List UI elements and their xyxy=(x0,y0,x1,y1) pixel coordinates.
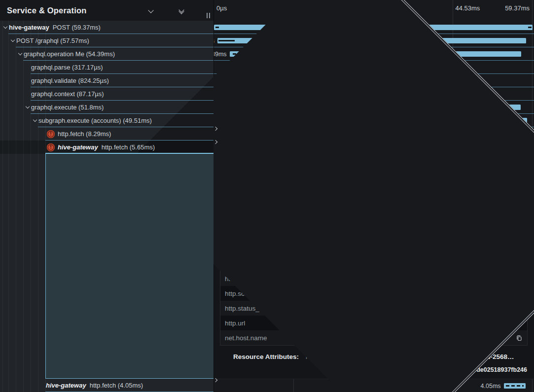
chevron-box xyxy=(39,131,46,138)
chevron-down-icon xyxy=(148,7,153,13)
span-label: graphql.validate (824.25µs) xyxy=(31,77,109,84)
duration-label: 54.39ms xyxy=(214,51,227,58)
tree-row[interactable]: hive-gatewayhttp.fetch (4.05ms) xyxy=(0,379,214,392)
panel-title: Service & Operation xyxy=(7,6,148,15)
expanded-span-region xyxy=(45,154,214,379)
chevron-spacer xyxy=(24,64,31,71)
error-icon: ! xyxy=(47,130,55,138)
trace-viewer: 0µs14.84ms29.68ms44.53ms59.37ms 57.57ms5… xyxy=(0,0,534,392)
span-service: hive-gateway xyxy=(58,143,98,151)
trace-tree-panel: Service & Operation hive-gatewayPOST (59… xyxy=(0,0,214,392)
child-span-mark xyxy=(218,40,235,41)
tick-label: 59.37ms xyxy=(505,4,530,12)
tree-row[interactable]: POST /graphql (57.57ms) xyxy=(0,34,214,47)
error-icon: ! xyxy=(47,143,55,151)
tree-row[interactable]: !http.fetch (8.29ms) xyxy=(0,127,214,141)
span-service: hive-gateway xyxy=(46,382,86,389)
chevron-box xyxy=(39,382,46,389)
duration-label: 57.57ms xyxy=(214,37,214,44)
chevron-down-icon[interactable] xyxy=(26,105,30,108)
collapse-all-button[interactable] xyxy=(178,7,184,14)
tree-controls xyxy=(148,7,198,14)
span-label: graphql.context (87.17µs) xyxy=(31,90,104,98)
tree-row[interactable]: graphql.context (87.17µs) xyxy=(0,87,214,101)
resource-attributes-label: Resource Attributes: xyxy=(233,353,299,360)
chevron-down-icon[interactable] xyxy=(11,38,15,42)
child-span-mark xyxy=(528,27,532,28)
span-label: http.fetch (4.05ms) xyxy=(90,382,143,389)
panel-resize-handle[interactable] xyxy=(207,13,211,18)
tick-label: 44.53ms xyxy=(456,4,480,12)
expand-all-button[interactable] xyxy=(196,9,198,11)
tree-row[interactable]: graphql.execute (51.8ms) xyxy=(0,101,214,114)
copy-button[interactable] xyxy=(511,334,523,342)
collapse-one-button[interactable] xyxy=(148,7,154,13)
chevron-box xyxy=(9,37,16,44)
tree-row[interactable]: subgraph.execute (accounts) (49.51ms) xyxy=(0,114,214,127)
tree-panel-header: Service & Operation xyxy=(0,0,214,21)
tree-row[interactable]: graphql.operation Me (54.39ms) xyxy=(0,47,214,61)
chevron-box xyxy=(223,354,230,360)
chevron-box xyxy=(2,24,9,31)
chevron-box xyxy=(39,144,46,151)
copy-icon xyxy=(516,334,523,342)
span-label: http.fetch (8.29ms) xyxy=(58,130,111,138)
span-label: POST (59.37ms) xyxy=(53,24,101,31)
span-tree: hive-gatewayPOST (59.37ms)POST /graphql … xyxy=(0,21,214,392)
chevron-box xyxy=(17,51,24,58)
span-id-value: 3de02518937fb246 xyxy=(473,366,527,373)
tree-row[interactable]: hive-gatewayPOST (59.37ms) xyxy=(0,21,214,34)
chevron-spacer xyxy=(24,77,31,84)
chevron-spacer xyxy=(24,91,31,98)
duration-label: 4.05ms xyxy=(481,383,501,390)
span-label: graphql.parse (317.17µs) xyxy=(31,64,103,71)
tree-row[interactable]: !hive-gatewayhttp.fetch (5.65ms) xyxy=(0,141,214,154)
tick-label: 0µs xyxy=(216,4,227,12)
span-label: subgraph.execute (accounts) (49.51ms) xyxy=(38,117,152,124)
chevron-down-icon[interactable] xyxy=(18,51,22,55)
span-bar[interactable] xyxy=(504,383,526,389)
expand-one-button[interactable] xyxy=(165,9,167,11)
chevron-box xyxy=(24,104,31,111)
span-label: graphql.execute (51.8ms) xyxy=(31,104,104,111)
child-span-mark xyxy=(215,27,219,28)
chevron-box xyxy=(32,117,38,124)
span-label: http.fetch (5.65ms) xyxy=(102,143,155,151)
span-label: graphql.operation Me (54.39ms) xyxy=(24,50,115,58)
chevron-down-icon[interactable] xyxy=(3,25,7,29)
span-service: hive-gateway xyxy=(9,24,49,31)
tree-row[interactable]: graphql.parse (317.17µs) xyxy=(0,61,214,74)
chevron-down-icon[interactable] xyxy=(33,118,37,122)
tree-row[interactable]: graphql.validate (824.25µs) xyxy=(0,74,214,87)
span-label: POST /graphql (57.57ms) xyxy=(16,37,89,44)
